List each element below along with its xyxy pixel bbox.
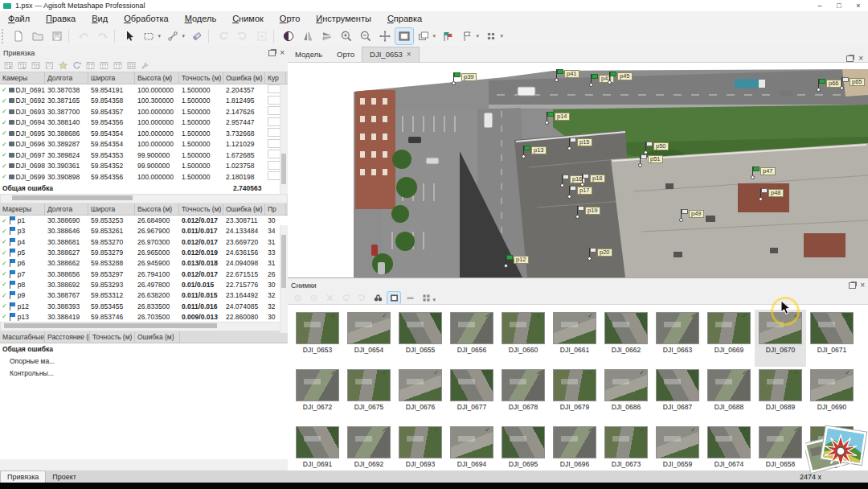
check-icon[interactable]: ✓ <box>536 369 542 376</box>
photo-thumbnail[interactable]: ✓ DJI_0672 <box>292 367 343 424</box>
photo-thumbnail[interactable]: ✓ DJI_0690 <box>806 367 858 424</box>
check-icon[interactable]: ✓ <box>2 270 7 277</box>
flip-horizontal-icon[interactable]: ▾ <box>299 28 317 44</box>
scroll-thumb[interactable] <box>281 235 286 288</box>
menu-item[interactable]: Модель <box>177 11 225 27</box>
check-icon[interactable]: ✓ <box>2 173 7 180</box>
check-icon[interactable]: ✓ <box>793 369 799 376</box>
photo-thumbnail[interactable]: ✓ DJI_0661 <box>549 310 600 367</box>
photo-thumbnail[interactable]: ✓ DJI_0671 <box>806 310 858 367</box>
marker-row[interactable]: ✓p8 30.388692 59.853293 26.497800 0.01/0… <box>0 279 288 290</box>
thumbnail-image[interactable]: ✓ <box>502 312 545 344</box>
zoom-out-icon[interactable]: ▾ <box>357 28 375 44</box>
navigation-icon[interactable]: ▾ <box>376 28 394 44</box>
thumbnail-image[interactable]: ✓ <box>450 312 493 344</box>
import-reference-icon[interactable] <box>2 60 14 71</box>
disable-photo-icon[interactable]: ▾ <box>307 292 320 304</box>
thumbnail-image[interactable]: ✓ <box>450 426 493 458</box>
camera-row[interactable]: ✓DJI_0698 30.390361 59.854352 99.900000 … <box>0 161 288 172</box>
toolbar-icon[interactable]: ▾ <box>208 29 212 43</box>
thumbnail-image[interactable]: ✓ <box>604 369 648 401</box>
photo-thumbnail[interactable]: ✓ DJI_0674 <box>703 424 755 471</box>
column-header[interactable]: Долгота <box>45 72 88 84</box>
rotate-right-icon[interactable]: ▾ <box>234 28 252 44</box>
check-icon[interactable]: ✓ <box>2 97 7 105</box>
column-header[interactable]: Кур <box>265 72 286 84</box>
marker-row[interactable]: ✓p3 30.388646 59.853261 26.967900 0.011/… <box>0 226 288 236</box>
select-arrow-icon[interactable]: ▾ <box>121 28 138 44</box>
export-reference-icon[interactable] <box>16 60 27 71</box>
list-view-icon[interactable]: ▾ <box>403 292 416 304</box>
camera-row[interactable]: ✓DJI_0691 30.387038 59.854191 100.000000… <box>0 84 288 96</box>
menu-item[interactable]: Обработка <box>116 11 176 27</box>
menu-item[interactable]: Справка <box>379 11 430 27</box>
check-icon[interactable]: ✓ <box>330 312 336 319</box>
check-icon[interactable]: ✓ <box>2 228 7 235</box>
check-icon[interactable]: ✓ <box>2 249 7 257</box>
close-panel-icon[interactable]: × <box>280 50 285 56</box>
undo-icon[interactable]: ▾ <box>75 28 92 44</box>
thumbnail-image[interactable]: ✓ <box>656 369 699 401</box>
photo-thumbnail[interactable]: ✓ DJI_0656 <box>446 310 497 367</box>
menu-item[interactable]: Орто <box>272 11 308 27</box>
menu-item[interactable]: Инструменты <box>308 11 379 27</box>
thumbnail-image[interactable]: ✓ <box>553 369 596 401</box>
optimize-cameras-icon[interactable] <box>57 60 68 71</box>
photo-thumbnail[interactable]: ✓ DJI_0660 <box>497 310 549 367</box>
check-icon[interactable]: ✓ <box>2 292 7 299</box>
column-header[interactable]: Широта <box>88 203 135 215</box>
photo-thumbnail[interactable]: ✓ DJI_0691 <box>292 424 343 471</box>
camera-row[interactable]: ✓DJI_0693 30.387700 59.854357 100.000000… <box>0 106 288 117</box>
scroll-thumb[interactable] <box>4 323 217 328</box>
viewer-tab[interactable]: Модель × <box>288 47 330 62</box>
scalebar-row[interactable]: Опорные ма... <box>0 355 288 368</box>
check-icon[interactable]: ✓ <box>485 369 490 376</box>
search-photos-icon[interactable]: ▾ <box>371 292 384 304</box>
maximize-button[interactable]: □ <box>829 0 849 11</box>
viewer-tab[interactable]: Орто × <box>330 47 362 62</box>
check-icon[interactable]: ✓ <box>2 141 7 148</box>
toolbar-icon[interactable]: ▾ <box>114 29 118 43</box>
zoom-in-icon[interactable]: ▾ <box>338 28 355 44</box>
photo-thumbnail[interactable]: ✓ DJI_0679 <box>549 367 600 424</box>
convert-reference-icon[interactable] <box>30 60 41 71</box>
thumbnail-image[interactable]: ✓ <box>399 426 442 458</box>
camera-row[interactable]: ✓DJI_0699 30.390898 59.854356 100.000000… <box>0 171 288 183</box>
scalebar-row[interactable]: Общая ошибка <box>0 343 288 355</box>
cameras-hscrollbar[interactable] <box>0 194 288 203</box>
thumbnail-image[interactable]: ✓ <box>656 312 699 344</box>
dropdown-caret-icon[interactable]: ▾ <box>476 33 479 39</box>
photo-thumbnail[interactable]: ✓ DJI_0658 <box>755 424 806 471</box>
show-image-icon[interactable]: ▾ <box>395 28 413 44</box>
check-icon[interactable]: ✓ <box>639 312 645 319</box>
view-estimated-icon[interactable] <box>98 60 109 71</box>
scroll-thumb[interactable] <box>12 195 133 200</box>
thumbnail-image[interactable]: ✓ <box>553 312 596 344</box>
rotate-right-icon[interactable]: ▾ <box>355 292 368 304</box>
view-variance-icon[interactable] <box>125 60 137 71</box>
thumbnail-image[interactable]: ✓ <box>399 312 442 344</box>
dropdown-caret-icon[interactable]: ▾ <box>500 33 503 39</box>
marker-row[interactable]: ✓p5 30.388627 59.853279 26.965000 0.012/… <box>0 247 288 257</box>
photo-thumbnail[interactable]: ✓ DJI_0653 <box>292 310 343 367</box>
check-icon[interactable]: ✓ <box>588 369 593 376</box>
close-view-icon[interactable]: × <box>858 55 863 62</box>
check-icon[interactable]: ✓ <box>2 217 7 224</box>
photo-thumbnail[interactable]: ✓ DJI_0654 <box>343 310 395 367</box>
camera-row[interactable]: ✓DJI_0692 30.387165 59.854358 100.300000… <box>0 96 288 107</box>
scroll-thumb[interactable] <box>281 154 286 184</box>
details-view-icon[interactable]: ▾ <box>387 292 400 304</box>
photo-thumbnail[interactable]: ✓ DJI_0688 <box>703 367 755 424</box>
marker-row[interactable]: ✓p12 30.388393 59.853455 26.833500 0.011… <box>0 301 288 311</box>
photo-thumbnail[interactable]: ✓ DJI_0678 <box>497 367 549 424</box>
status-tab[interactable]: Проект <box>46 471 83 483</box>
rotate-left-icon[interactable]: ▾ <box>215 28 232 44</box>
column-header[interactable]: Ошибка (м) <box>135 331 180 343</box>
cameras-vscrollbar[interactable] <box>280 84 288 194</box>
check-icon[interactable]: ✓ <box>2 162 7 170</box>
check-icon[interactable]: ✓ <box>2 108 7 115</box>
photo-thumbnail[interactable]: ✓ DJI_0663 <box>652 310 703 367</box>
remove-photo-icon[interactable]: ▾ <box>323 292 336 304</box>
check-icon[interactable]: ✓ <box>639 426 645 434</box>
thumbnail-image[interactable]: ✓ <box>296 426 339 458</box>
